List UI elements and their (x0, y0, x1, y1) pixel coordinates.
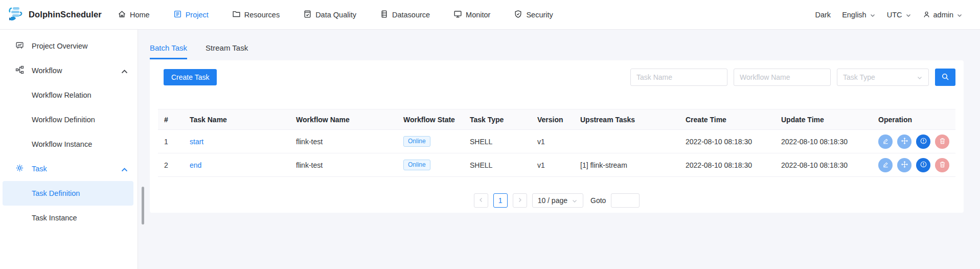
sidebar-item-label: Workflow Instance (32, 140, 126, 148)
col-operation: Operation (872, 116, 955, 124)
tab-batch-task[interactable]: Batch Task (150, 43, 187, 59)
cell-workflow-name: flink-test (290, 161, 397, 169)
nav-item-security[interactable]: Security (514, 10, 553, 20)
theme-toggle[interactable]: Dark (815, 11, 831, 19)
sidebar-item-project-overview[interactable]: Project Overview (0, 34, 138, 58)
table-row: 2 end flink-test Online SHELL v1 [1] fli… (158, 153, 955, 177)
version-info-button[interactable] (916, 158, 930, 172)
chevron-right-icon (517, 197, 523, 205)
move-button[interactable] (897, 134, 911, 149)
prev-page-button[interactable] (474, 193, 488, 208)
pencil-icon (882, 161, 890, 170)
sidebar-item-label: Workflow (32, 66, 120, 75)
top-navbar: DolphinScheduler Home Project Resources … (0, 0, 980, 30)
main-content: Batch Task Stream Task Create Task Task … (138, 30, 980, 269)
move-button[interactable] (897, 158, 911, 172)
nav-item-label: Resources (244, 11, 280, 19)
trash-icon (939, 137, 946, 146)
cell-create-time: 2022-08-10 08:18:30 (679, 161, 775, 169)
delete-button[interactable] (935, 134, 949, 149)
delete-button[interactable] (935, 158, 949, 172)
nav-item-resources[interactable]: Resources (232, 10, 280, 20)
goto-page-input[interactable] (611, 193, 640, 208)
col-upstream-tasks: Upstream Tasks (574, 116, 679, 124)
version-info-button[interactable] (916, 134, 930, 149)
page-number-button[interactable]: 1 (493, 193, 508, 208)
nav-item-label: Home (130, 11, 150, 19)
chevron-up-icon (120, 68, 126, 74)
edit-button[interactable] (878, 134, 893, 149)
col-task-type: Task Type (464, 116, 531, 124)
chevron-up-icon (120, 166, 126, 172)
project-overview-icon (15, 41, 32, 51)
cell-task-type: SHELL (464, 138, 531, 146)
task-name-input[interactable] (630, 69, 727, 86)
task-name-link[interactable]: end (190, 161, 201, 169)
row-operations (878, 134, 955, 149)
create-task-button[interactable]: Create Task (164, 69, 217, 85)
task-definition-card: Create Task Task Type # Task Name Workfl… (150, 60, 964, 213)
language-label: English (842, 11, 867, 19)
sidebar-item-label: Workflow Relation (32, 91, 126, 99)
home-icon (118, 10, 126, 20)
goto-label: Goto (590, 196, 606, 205)
folder-icon (232, 10, 241, 20)
user-icon (923, 11, 930, 18)
sidebar-item-workflow-instance[interactable]: Workflow Instance (0, 132, 138, 156)
row-operations (878, 158, 955, 172)
search-group: Task Type (630, 69, 955, 86)
next-page-button[interactable] (513, 193, 527, 208)
cell-workflow-name: flink-test (290, 138, 397, 146)
task-type-select[interactable]: Task Type (837, 69, 929, 86)
toolbar: Create Task Task Type (158, 69, 955, 86)
cell-update-time: 2022-08-10 08:18:30 (775, 138, 872, 146)
tab-stream-task[interactable]: Stream Task (206, 43, 248, 59)
username-label: admin (933, 11, 954, 19)
trash-icon (939, 161, 946, 170)
cell-version: v1 (531, 161, 574, 169)
cell-index: 2 (158, 161, 184, 169)
gear-icon (15, 164, 32, 174)
nav-item-label: Datasource (392, 11, 430, 19)
sidebar-item-task[interactable]: Task (0, 156, 138, 181)
sidebar-item-workflow-relation[interactable]: Workflow Relation (0, 83, 138, 107)
task-type-placeholder: Task Type (843, 73, 875, 81)
sidebar-item-label: Task Instance (32, 214, 126, 222)
edit-button[interactable] (878, 158, 893, 172)
nav-item-home[interactable]: Home (118, 10, 150, 20)
language-select[interactable]: English (842, 11, 876, 19)
nav-item-datasource[interactable]: Datasource (380, 10, 430, 20)
project-icon (173, 10, 182, 20)
datasource-icon (380, 10, 389, 20)
nav-item-monitor[interactable]: Monitor (453, 10, 490, 20)
search-button[interactable] (935, 69, 955, 86)
shield-icon (514, 10, 522, 20)
nav-item-data-quality[interactable]: Data Quality (303, 10, 356, 20)
col-workflow-name: Workflow Name (290, 116, 397, 124)
col-update-time: Update Time (775, 116, 872, 124)
nav-item-project[interactable]: Project (173, 10, 209, 20)
page-size-label: 10 / page (538, 196, 567, 205)
timezone-select[interactable]: UTC (887, 11, 911, 19)
chevron-down-icon (905, 12, 911, 18)
sidebar-item-task-definition[interactable]: Task Definition (3, 181, 133, 206)
sidebar-item-task-instance[interactable]: Task Instance (0, 206, 138, 230)
brand: DolphinScheduler (0, 5, 110, 24)
sidebar-item-workflow[interactable]: Workflow (0, 58, 138, 83)
sidebar: Project Overview Workflow Workflow Relat… (0, 30, 138, 269)
task-name-link[interactable]: start (190, 138, 203, 146)
workflow-name-input[interactable] (734, 69, 831, 86)
pagination: 1 10 / page Goto (158, 193, 955, 208)
sidebar-item-label: Workflow Definition (32, 116, 126, 124)
col-version: Version (531, 116, 574, 124)
cell-upstream-tasks: [1] flink-stream (574, 161, 679, 169)
chevron-down-icon (917, 74, 923, 80)
page-size-select[interactable]: 10 / page (532, 193, 583, 208)
nav-menu: Home Project Resources Data Quality Data… (118, 10, 553, 20)
user-menu[interactable]: admin (923, 11, 963, 19)
sidebar-item-workflow-definition[interactable]: Workflow Definition (0, 107, 138, 132)
task-table: # Task Name Workflow Name Workflow State… (158, 109, 955, 177)
chevron-left-icon (478, 197, 484, 205)
move-icon (901, 161, 908, 170)
col-workflow-state: Workflow State (397, 116, 464, 124)
